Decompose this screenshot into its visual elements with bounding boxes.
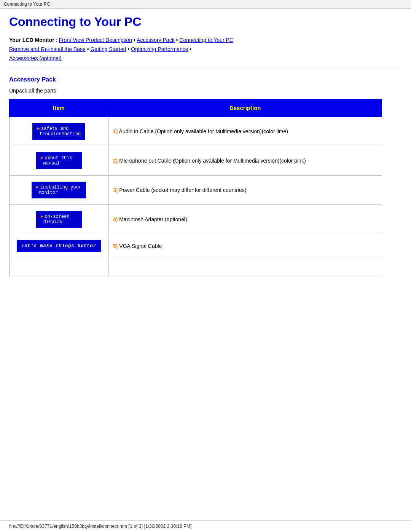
desc-cell-4: 4) Macintosh Adapter (optional) xyxy=(108,205,382,234)
nav-link-remove-base[interactable]: Remove and Re-install the Base xyxy=(9,46,86,52)
nav-link-optimizing[interactable]: Optimizing Performance xyxy=(131,46,188,52)
browser-tab: Connecting to Your PC xyxy=(0,0,411,9)
nav-links: Your LCD Monitor : Front View Product De… xyxy=(9,36,402,63)
table-row: ►on-screen display 4) Macintosh Adapter … xyxy=(10,205,382,234)
unpack-text: Unpack all the parts. xyxy=(9,88,402,94)
table-row: ►safety and troubleshooting 1) Audio in … xyxy=(10,117,382,146)
page-title: Connecting to Your PC xyxy=(9,15,402,29)
nav-link-front-view[interactable]: Front View Product Description xyxy=(59,37,132,43)
col-desc-header: Description xyxy=(108,99,382,117)
item-cell-5: let's make things better xyxy=(10,234,108,258)
divider xyxy=(9,70,402,70)
item-cell-empty xyxy=(10,258,108,277)
table-row: ►installing your monitor 3) Power Cable … xyxy=(10,176,382,205)
item-cell-2: ►about this manual xyxy=(10,146,108,176)
item-badge-osd: ►on-screen display xyxy=(36,211,82,228)
nav-link-accessory-pack[interactable]: Accessory Pack xyxy=(137,37,175,43)
table-row: let's make things better 5) VGA Signal C… xyxy=(10,234,382,258)
nav-link-connecting[interactable]: Connecting to Your PC xyxy=(179,37,233,43)
nav-prefix: Your LCD Monitor xyxy=(9,37,54,43)
desc-cell-2: 2) Microphone out Cable (Option only ava… xyxy=(108,146,382,176)
item-cell-1: ►safety and troubleshooting xyxy=(10,117,108,146)
desc-cell-5: 5) VGA Signal Cable xyxy=(108,234,382,258)
table-row: ►about this manual 2) Microphone out Cab… xyxy=(10,146,382,176)
nav-link-accessories[interactable]: Accessories (optional) xyxy=(9,55,62,61)
item-cell-4: ►on-screen display xyxy=(10,205,108,234)
nav-link-getting-started[interactable]: Getting Started xyxy=(90,46,126,52)
footer: file:///D|/Grace/03771/english/150b3bty/… xyxy=(0,520,411,532)
item-cell-3: ►installing your monitor xyxy=(10,176,108,205)
accessory-table: Item Description ►safety and troubleshoo… xyxy=(9,99,382,277)
item-badge-safety: ►safety and troubleshooting xyxy=(32,123,85,140)
item-badge-monitor: ►installing your monitor xyxy=(32,182,86,198)
section-title: Accessory Pack xyxy=(9,76,402,83)
item-badge-logo: let's make things better xyxy=(17,240,101,252)
desc-cell-empty xyxy=(108,258,382,277)
table-row-empty xyxy=(10,258,382,277)
desc-cell-3: 3) Power Cable (socket may differ for di… xyxy=(108,176,382,205)
item-badge-manual: ►about this manual xyxy=(36,152,82,169)
desc-cell-1: 1) Audio in Cable (Option only available… xyxy=(108,117,382,146)
col-item-header: Item xyxy=(10,99,108,117)
